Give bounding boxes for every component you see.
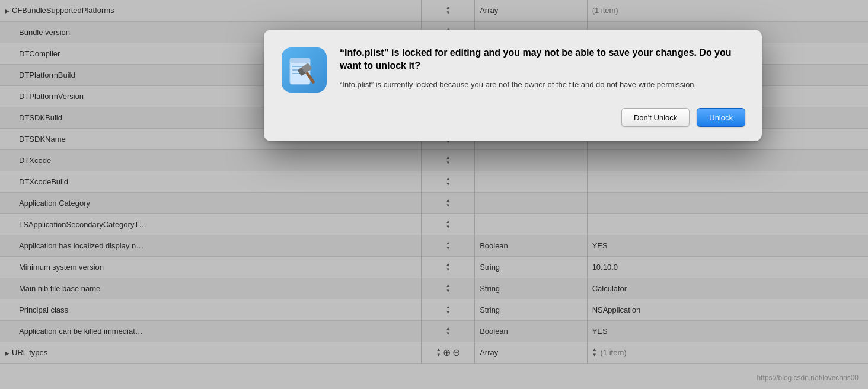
dialog-buttons: Don't Unlock Unlock (280, 108, 745, 127)
dialog-title: “Info.plist” is locked for editing and y… (340, 46, 745, 73)
dialog-body: “Info.plist” is currently locked because… (340, 79, 745, 91)
dialog-text-area: “Info.plist” is locked for editing and y… (340, 46, 745, 94)
dont-unlock-button[interactable]: Don't Unlock (621, 108, 690, 127)
svg-rect-2 (290, 58, 310, 63)
dialog-icon (280, 46, 328, 94)
unlock-button[interactable]: Unlock (697, 108, 745, 127)
lock-dialog: “Info.plist” is locked for editing and y… (264, 30, 762, 141)
dialog-content: “Info.plist” is locked for editing and y… (280, 46, 745, 94)
